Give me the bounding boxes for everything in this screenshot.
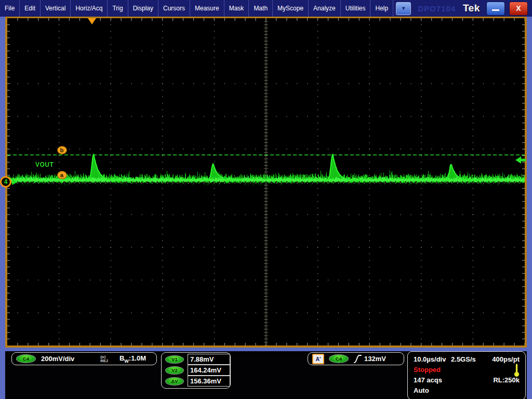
cursor-value: 156.36mV bbox=[188, 376, 230, 387]
acquisition-count: 147 acqs bbox=[414, 375, 442, 385]
menu-dropdown-button[interactable]: ▼ bbox=[396, 2, 411, 15]
trigger-source-badge: A' bbox=[312, 354, 324, 364]
menu-item-mask[interactable]: Mask bbox=[224, 0, 249, 17]
cursor-badge-v1: V1 bbox=[165, 355, 184, 364]
trigger-channel-badge: C4 bbox=[329, 354, 349, 363]
menu-items: FileEditVerticalHoriz/AcqTrigDisplayCurs… bbox=[0, 0, 393, 17]
menu-item-horiz-acq[interactable]: Horiz/Acq bbox=[71, 0, 107, 17]
cursor-value: 164.24mV bbox=[188, 365, 230, 376]
channel-4-arrow-icon bbox=[12, 179, 18, 185]
cursor-badge-v2: V2 bbox=[165, 366, 184, 375]
coupling-line2: REJ bbox=[100, 358, 108, 363]
sample-rate-value: 2.5GS/s bbox=[451, 355, 476, 363]
channel-4-position-marker[interactable]: 4 bbox=[0, 176, 11, 188]
menu-item-edit[interactable]: Edit bbox=[20, 0, 40, 17]
chevron-down-icon: ▼ bbox=[401, 6, 406, 11]
minimize-button[interactable] bbox=[486, 2, 505, 16]
channel-4-badge: C4 bbox=[16, 354, 36, 363]
channel-bandwidth: BW:1.0M bbox=[119, 354, 146, 364]
menu-item-measure[interactable]: Measure bbox=[190, 0, 224, 17]
close-button[interactable]: X bbox=[509, 2, 528, 16]
trigger-mode: Auto bbox=[414, 385, 429, 396]
menu-item-trig[interactable]: Trig bbox=[108, 0, 127, 17]
menu-item-vertical[interactable]: Vertical bbox=[41, 0, 70, 17]
cursor-badge-delta-v: ΔV bbox=[165, 377, 184, 385]
bw-sub: W bbox=[124, 358, 129, 363]
waveform-display[interactable] bbox=[7, 18, 525, 345]
menu-item-math[interactable]: Math bbox=[249, 0, 272, 17]
trigger-level-arrow[interactable] bbox=[515, 156, 526, 164]
acquisition-state: Stopped bbox=[414, 365, 441, 375]
trigger-settings-panel[interactable]: A' C4 132mV bbox=[308, 352, 404, 365]
menu-item-file[interactable]: File bbox=[0, 0, 19, 17]
thermometer-icon bbox=[514, 363, 520, 377]
minimize-icon bbox=[492, 9, 499, 11]
cursor-row: V17.88mV bbox=[162, 354, 230, 365]
cursor-row: ΔV156.36mV bbox=[162, 376, 230, 387]
menu-item-analyze[interactable]: Analyze bbox=[309, 0, 340, 17]
close-icon: X bbox=[516, 4, 521, 12]
menu-item-myscope[interactable]: MyScope bbox=[273, 0, 308, 17]
cursor-row: V2164.24mV bbox=[162, 365, 230, 376]
channel-scale: 200mV/div bbox=[41, 355, 74, 363]
menu-item-utilities[interactable]: Utilities bbox=[341, 0, 370, 17]
timebase-value: 10.0µs/div bbox=[414, 355, 446, 363]
menu-item-display[interactable]: Display bbox=[128, 0, 158, 17]
cursor-readout-panel[interactable]: V17.88mVV2164.24mVΔV156.36mV bbox=[161, 352, 231, 389]
rising-edge-icon bbox=[354, 354, 362, 364]
tek-logo: Tek bbox=[463, 3, 480, 14]
cursor-value: 7.88mV bbox=[188, 354, 230, 365]
menu-item-help[interactable]: Help bbox=[370, 0, 393, 17]
channel-coupling: DC REJ bbox=[100, 355, 108, 363]
waveform-label: VOUT bbox=[35, 161, 54, 168]
cursor-b-handle[interactable]: b bbox=[57, 146, 67, 154]
model-label: DPO7104 bbox=[418, 4, 456, 13]
trigger-position-marker[interactable] bbox=[88, 18, 96, 24]
menu-bar: FileEditVerticalHoriz/AcqTrigDisplayCurs… bbox=[0, 0, 532, 17]
bw-value: :1.0M bbox=[129, 354, 146, 362]
channel-settings-panel[interactable]: C4 200mV/div DC REJ BW:1.0M bbox=[11, 352, 157, 365]
scope-graticule-frame: b a VOUT 4 bbox=[5, 16, 527, 348]
title-zone: DPO7104 Tek X bbox=[418, 0, 532, 17]
menu-separator bbox=[393, 0, 393, 17]
readout-bar: C4 200mV/div DC REJ BW:1.0M V17.88mVV216… bbox=[5, 351, 527, 399]
menu-item-cursors[interactable]: Cursors bbox=[158, 0, 190, 17]
timebase-group: 10.0µs/div 2.5GS/s bbox=[414, 354, 476, 365]
trigger-level-value: 132mV bbox=[364, 355, 386, 363]
cursor-a-handle[interactable]: a bbox=[57, 171, 67, 179]
horizontal-acquisition-panel[interactable]: 10.0µs/div 2.5GS/s 400ps/pt Stopped 147 … bbox=[407, 351, 526, 399]
bw-prefix: B bbox=[119, 354, 124, 362]
